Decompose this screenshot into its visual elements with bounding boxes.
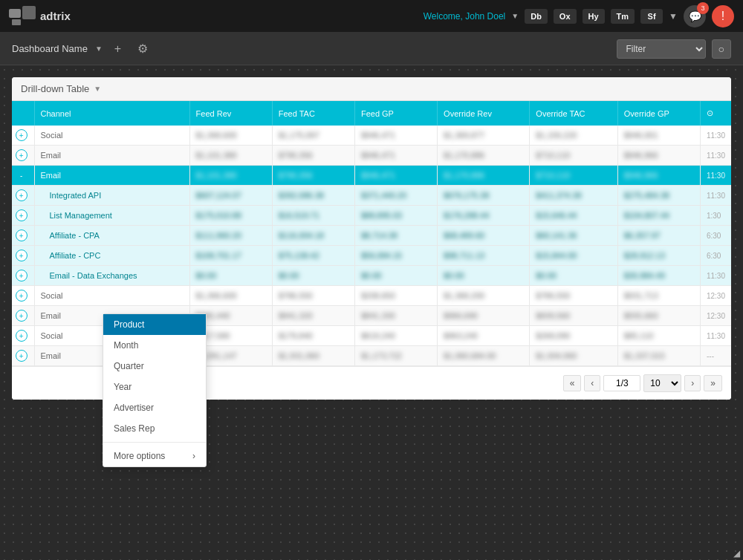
last-page-button[interactable]: »: [704, 375, 722, 391]
prev-page-button[interactable]: ‹: [584, 375, 600, 391]
override_rev-cell: $176,288.44: [438, 206, 530, 226]
feed_rev-cell: $1,101,380: [189, 146, 272, 166]
feed_gp-cell: $841,330: [354, 306, 437, 326]
platform-hy-button[interactable]: Hy: [583, 9, 605, 24]
override_tac-cell: $0.00: [530, 266, 617, 286]
channel-cell: Affiliate - CPA: [34, 226, 189, 246]
expand-button[interactable]: +: [16, 290, 27, 302]
feed_gp-cell: $208,650: [354, 286, 437, 306]
dashboard-name[interactable]: Dashboard Name: [12, 43, 88, 54]
table-row: +Email$1,101,380$790,356$946,471$1,170,8…: [12, 146, 731, 166]
dropdown-item-more-options[interactable]: More options ›: [103, 446, 206, 466]
table-row: +Social$1,368,600$1,175,097$946,471$1,36…: [12, 126, 731, 146]
logo: adtrix: [9, 6, 71, 27]
platform-tm-button[interactable]: Tm: [611, 9, 635, 24]
feed_rev-cell: $108,701.17: [189, 246, 272, 266]
expand-button[interactable]: +: [16, 250, 27, 261]
feed_tac-cell: $0.00: [272, 266, 354, 286]
expand-button[interactable]: +: [16, 189, 27, 201]
header-row: Channel Feed Rev Feed TAC Feed GP Overri…: [12, 101, 731, 126]
expand-button[interactable]: +: [16, 330, 27, 342]
filter-apply-button[interactable]: ○: [712, 39, 731, 59]
per-page-select[interactable]: 10 25 50 100: [643, 374, 681, 392]
override_tac-cell: $786,550: [530, 286, 617, 306]
override_rev-cell: $0.00: [438, 266, 530, 286]
user-chevron-icon[interactable]: ▼: [511, 12, 519, 20]
dropdown-item-quarter[interactable]: Quarter: [103, 356, 206, 377]
page-input[interactable]: [603, 375, 640, 391]
header-override-tac: Override TAC: [530, 101, 617, 126]
widget-chevron-icon[interactable]: ▼: [94, 85, 101, 93]
header-right: Welcome, John Doel ▼ Db Ox Hy Tm Sf ▼ 💬 …: [424, 5, 734, 27]
channel-cell: Email - Data Exchanges: [34, 266, 189, 286]
feed_gp-cell: $8,714.38: [354, 226, 437, 246]
expand-button[interactable]: +: [16, 209, 27, 221]
expand-button[interactable]: +: [16, 310, 27, 322]
override_rev-cell: $966,690: [438, 306, 530, 326]
username[interactable]: John Doel: [465, 11, 505, 22]
last-cell: 11:30: [700, 326, 731, 346]
platform-sf-button[interactable]: Sf: [640, 9, 663, 24]
feed_tac-cell: $790,356: [272, 146, 354, 166]
override_gp-cell: $931,713: [617, 286, 700, 306]
expand-button[interactable]: +: [16, 270, 27, 281]
expand-button[interactable]: +: [16, 129, 27, 141]
expand-button[interactable]: -: [16, 169, 27, 181]
feed_tac-cell: $392,086.38: [272, 186, 354, 206]
expand-button[interactable]: +: [16, 350, 27, 362]
override_tac-cell: $1,934,060: [530, 346, 617, 366]
override_gp-cell: $30,984.49: [617, 266, 700, 286]
override_rev-cell: $1,060,684.00: [438, 346, 530, 366]
dropdown-item-product[interactable]: Product: [103, 314, 206, 335]
table-row: +Email - Data Exchanges$0.00$0.00$0.00$0…: [12, 266, 731, 286]
last-cell: 6:30: [700, 226, 731, 246]
header-feed-rev: Feed Rev: [189, 101, 272, 126]
platform-ox-button[interactable]: Ox: [554, 9, 577, 24]
platform-db-button[interactable]: Db: [525, 9, 548, 24]
feed_tac-cell: $116,004.18: [272, 226, 354, 246]
dropdown-item-sales-rep[interactable]: Sales Rep: [103, 418, 206, 439]
dropdown-item-advertiser[interactable]: Advertiser: [103, 397, 206, 418]
expand-button[interactable]: +: [16, 149, 27, 161]
dropdown-item-month[interactable]: Month: [103, 335, 206, 356]
channel-cell: Social: [34, 286, 189, 306]
settings-button[interactable]: ⚙: [133, 40, 152, 57]
feed_tac-cell: $790,356: [272, 166, 354, 186]
channel-cell: Email: [34, 166, 189, 186]
widget-title[interactable]: Drill-down Table: [21, 83, 89, 94]
table-row: +List Management$175,010.88$16,519.71$88…: [12, 206, 731, 226]
override_rev-cell: $1,369,877: [438, 126, 530, 146]
feed_gp-cell: $0.00: [354, 266, 437, 286]
dashboard-chevron-icon[interactable]: ▼: [95, 45, 103, 53]
filter-select[interactable]: Filter: [617, 39, 706, 59]
expand-button[interactable]: +: [16, 229, 27, 241]
table-row: +Affiliate - CPA$111,960.20$116,004.18$8…: [12, 226, 731, 246]
last-cell: 11:30: [700, 166, 731, 186]
table-row: +Social$1,366,600$786,550$208,650$1,368,…: [12, 286, 731, 306]
svg-rect-2: [12, 19, 21, 25]
welcome-text: Welcome, John Doel: [424, 11, 506, 22]
override_gp-cell: $28,912.13: [617, 246, 700, 266]
override_tac-cell: $710,110: [530, 146, 617, 166]
header-settings[interactable]: ⊙: [700, 101, 731, 126]
dropdown-item-year[interactable]: Year: [103, 377, 206, 397]
alert-button[interactable]: !: [712, 5, 734, 27]
dropdown-divider: [103, 442, 206, 443]
override_tac-cell: $268,090: [530, 326, 617, 346]
feed_gp-cell: $1,173,722: [354, 346, 437, 366]
dropdown-menu: Product Month Quarter Year Advertiser Sa…: [103, 313, 207, 467]
notification-button[interactable]: 💬 3: [684, 5, 706, 27]
override_tac-cell: $15,844.00: [530, 246, 617, 266]
first-page-button[interactable]: «: [563, 375, 582, 391]
override_tac-cell: $411,374.38: [530, 186, 617, 206]
alert-icon: !: [721, 10, 724, 23]
add-widget-button[interactable]: +: [110, 41, 126, 57]
next-page-button[interactable]: ›: [684, 375, 701, 391]
more-platforms-icon[interactable]: ▼: [669, 11, 678, 22]
override_gp-cell: $6,357.97: [617, 226, 700, 246]
resize-handle[interactable]: ◢: [731, 548, 742, 559]
feed_tac-cell: $16,519.71: [272, 206, 354, 226]
override_rev-cell: $68,489.60: [438, 226, 530, 246]
override_rev-cell: $1,170,886: [438, 146, 530, 166]
feed_rev-cell: $111,960.20: [189, 226, 272, 246]
